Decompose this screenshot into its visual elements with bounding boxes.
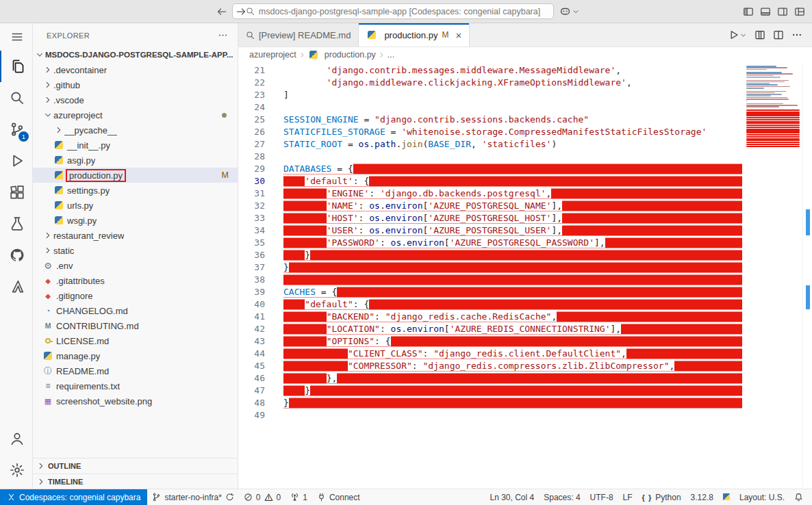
line-number[interactable]: 25	[238, 114, 283, 126]
activity-account-icon[interactable]	[0, 423, 32, 454]
code-line[interactable]: ]	[283, 89, 742, 101]
section-timeline[interactable]: TIMELINE	[33, 474, 238, 489]
code-line[interactable]	[283, 101, 742, 114]
command-center-search[interactable]: msdocs-django-postgresql-sample-app [Cod…	[232, 3, 554, 19]
run-python-file-button[interactable]	[728, 29, 747, 40]
line-number[interactable]: 42	[238, 323, 283, 335]
code-line-annotated[interactable]: "OPTIONS": {	[283, 335, 742, 348]
tree-item-readme-md[interactable]: ⓘREADME.md	[33, 363, 238, 378]
forward-icon[interactable]	[236, 6, 246, 17]
line-number-gutter[interactable]: 2122232425262728293031323334353637383940…	[238, 62, 283, 489]
code-line[interactable]	[283, 409, 742, 422]
code-line-annotated[interactable]: "COMPRESSOR": "django_redis.compressors.…	[283, 360, 742, 372]
code-line-annotated[interactable]: 'NAME': os.environ['AZURE_POSTGRESQL_NAM…	[283, 200, 742, 212]
code-line-annotated[interactable]: 'PASSWORD': os.environ['AZURE_POSTGRESQL…	[283, 237, 742, 249]
activity-explorer-icon[interactable]	[0, 51, 32, 82]
code-line-annotated[interactable]: }	[283, 397, 742, 409]
line-number[interactable]: 29	[238, 163, 283, 175]
status-language-mode[interactable]: { }Python	[637, 489, 686, 505]
status-ports[interactable]: 1	[286, 489, 312, 505]
code-line-annotated[interactable]: "LOCATION": os.environ['AZURE_REDIS_CONN…	[283, 323, 742, 335]
line-number[interactable]: 38	[238, 274, 283, 286]
code-line-annotated[interactable]: DATABASES = {	[283, 163, 742, 175]
line-number[interactable]: 49	[238, 409, 283, 422]
line-number[interactable]: 26	[238, 126, 283, 138]
explorer-more-actions-icon[interactable]	[218, 30, 228, 40]
line-number[interactable]: 33	[238, 212, 283, 224]
activity-source-control-icon[interactable]: 1	[0, 114, 32, 145]
layout-sidebar-right-icon[interactable]	[777, 6, 788, 17]
line-number[interactable]: 35	[238, 237, 283, 249]
line-number[interactable]: 45	[238, 360, 283, 372]
status-indentation[interactable]: Spaces: 4	[539, 489, 585, 505]
activity-azure-icon[interactable]	[0, 271, 32, 302]
tree-item-gitattributes[interactable]: ◆.gitattributes	[33, 273, 238, 288]
code-line-annotated[interactable]: },	[283, 372, 742, 385]
line-number[interactable]: 43	[238, 335, 283, 348]
tab-production-py[interactable]: production.pyM×	[359, 23, 470, 47]
code-line-annotated[interactable]: 'ENGINE': 'django.db.backends.postgresql…	[283, 187, 742, 200]
tree-item-contributing-md[interactable]: MCONTRIBUTING.md	[33, 318, 238, 333]
back-icon[interactable]	[216, 6, 227, 17]
tree-item-restaurant-review[interactable]: restaurant_review	[33, 228, 238, 243]
code-line[interactable]: SESSION_ENGINE = "django.contrib.session…	[283, 114, 742, 126]
line-number[interactable]: 34	[238, 224, 283, 237]
code-line-annotated[interactable]: CACHES = {	[283, 286, 742, 298]
copilot-menu[interactable]	[559, 5, 580, 17]
line-number[interactable]: 30	[238, 175, 283, 187]
status-python-env[interactable]	[718, 489, 735, 505]
code-line-annotated[interactable]: 'HOST': os.environ['AZURE_POSTGRESQL_HOS…	[283, 212, 742, 224]
status-encoding[interactable]: UTF-8	[585, 489, 618, 505]
line-number[interactable]: 41	[238, 311, 283, 323]
activity-settings-icon[interactable]	[0, 454, 32, 486]
line-number[interactable]: 27	[238, 138, 283, 151]
code-line-annotated[interactable]: }	[283, 385, 742, 397]
activity-menu-icon[interactable]	[0, 23, 32, 51]
status-connect[interactable]: Connect	[312, 489, 365, 505]
line-number[interactable]: 31	[238, 187, 283, 200]
code-line-annotated[interactable]: }	[283, 261, 742, 274]
tree-item-azureproject[interactable]: azureproject	[33, 107, 238, 122]
tree-item-vscode[interactable]: .vscode	[33, 92, 238, 107]
explorer-root-folder[interactable]: MSDOCS-DJANGO-POSTGRESQL-SAMPLE-APP...	[33, 47, 238, 62]
line-number[interactable]: 44	[238, 348, 283, 360]
status-notifications[interactable]	[789, 489, 808, 505]
tree-item-pycache[interactable]: __pycache__	[33, 122, 238, 138]
layout-sidebar-left-icon[interactable]	[743, 6, 754, 17]
code-line-annotated[interactable]: }	[283, 249, 742, 261]
line-number[interactable]: 28	[238, 151, 283, 163]
activity-testing-icon[interactable]	[0, 208, 32, 239]
code-editor[interactable]: 2122232425262728293031323334353637383940…	[238, 62, 812, 489]
breadcrumb-item-production-py[interactable]: production.py	[308, 50, 376, 60]
code-line-annotated[interactable]	[283, 274, 742, 286]
overview-ruler[interactable]	[802, 62, 812, 489]
code-line[interactable]: STATICFILES_STORAGE = 'whitenoise.storag…	[283, 126, 742, 138]
code-line-annotated[interactable]: 'USER': os.environ['AZURE_POSTGRESQL_USE…	[283, 224, 742, 237]
status-git-branch[interactable]: starter-no-infra*	[147, 489, 238, 505]
code-line[interactable]: 'django.middleware.clickjacking.XFrameOp…	[283, 77, 742, 89]
line-number[interactable]: 21	[238, 64, 283, 77]
tree-item-github[interactable]: .github	[33, 77, 238, 92]
tree-item-requirements-txt[interactable]: ≡requirements.txt	[33, 378, 238, 393]
code-line[interactable]: STATIC_ROOT = os.path.join(BASE_DIR, 'st…	[283, 138, 742, 151]
activity-github-icon[interactable]	[0, 239, 32, 271]
customize-layout-icon[interactable]	[794, 6, 805, 17]
tree-item-wsgi-py[interactable]: wsgi.py	[33, 213, 238, 228]
line-number[interactable]: 47	[238, 385, 283, 397]
code-content[interactable]: 'django.contrib.messages.middleware.Mess…	[283, 62, 742, 489]
section-outline[interactable]: OUTLINE	[33, 458, 238, 474]
layout-panel-icon[interactable]	[760, 6, 771, 17]
tree-item-gitignore[interactable]: ◆.gitignore	[33, 288, 238, 303]
tree-item-manage-py[interactable]: manage.py	[33, 348, 238, 363]
status-remote[interactable]: Codespaces: congenial capybara	[0, 489, 147, 505]
status-cursor-position[interactable]: Ln 30, Col 4	[485, 489, 539, 505]
line-number[interactable]: 23	[238, 89, 283, 101]
code-line-annotated[interactable]: "default": {	[283, 298, 742, 311]
tree-item-production-py[interactable]: production.pyM	[33, 168, 238, 183]
tree-item-changelog-md[interactable]: ◔CHANGELOG.md	[33, 303, 238, 318]
more-actions-button[interactable]	[791, 29, 802, 40]
tree-item-asgi-py[interactable]: asgi.py	[33, 153, 238, 168]
activity-run-debug-icon[interactable]	[0, 145, 32, 177]
split-editor-button[interactable]	[773, 29, 784, 40]
status-layout[interactable]: Layout: U.S.	[735, 489, 789, 505]
